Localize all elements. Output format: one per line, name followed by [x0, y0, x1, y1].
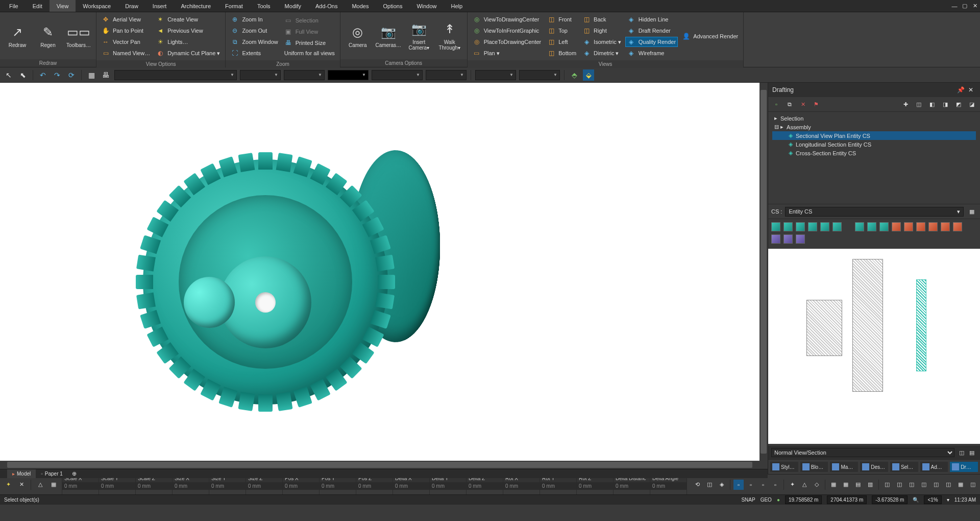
status-overflow[interactable]: ▾ [947, 497, 949, 503]
maximize-button[interactable]: ▢ [960, 0, 970, 12]
view-cube-15[interactable] [953, 222, 962, 231]
grid-button[interactable]: ▦ [86, 69, 97, 81]
view-cube-7[interactable] [855, 222, 864, 231]
snap-tool-18[interactable]: ◫ [882, 480, 892, 490]
ucs-icon[interactable]: ✦ [3, 480, 13, 490]
cameras--button[interactable]: 📷Cameras… [374, 14, 403, 57]
snap-tool-25[interactable]: ◫ [968, 480, 978, 490]
view-cube-14[interactable] [941, 222, 950, 231]
view-cube-11[interactable] [904, 222, 913, 231]
snap-tool-21[interactable]: ◫ [919, 480, 929, 490]
menu-help[interactable]: Help [444, 0, 470, 12]
panel-tab-5[interactable]: Ad… [920, 462, 948, 472]
add-icon[interactable]: ✚ [900, 99, 911, 109]
menu-workspace[interactable]: Workspace [76, 0, 118, 12]
view-cube-12[interactable] [916, 222, 925, 231]
cs-input[interactable]: Entity CS▾ [785, 207, 964, 217]
dimetric--button[interactable]: ◈Dimetric ▾ [580, 48, 623, 58]
view-cube-0[interactable] [771, 222, 780, 231]
print-button[interactable]: 🖶 [100, 69, 111, 81]
plan--button[interactable]: ▭Plan ▾ [471, 48, 544, 58]
tree-item[interactable]: ◈Sectional View Plan Entity CS [772, 131, 976, 140]
hidden-line-button[interactable]: ◈Hidden Line [625, 14, 678, 25]
view-btn-2[interactable]: ▤ [967, 447, 977, 458]
status-zoom-icon[interactable]: 🔍 [913, 497, 919, 503]
selection-button[interactable]: ▭Selection [282, 15, 337, 26]
panel-tab-3[interactable]: Des… [860, 462, 888, 472]
horizontal-scrollbar[interactable] [0, 461, 760, 469]
top-button[interactable]: ◫Top [545, 26, 578, 36]
snap-tool-20[interactable]: ◫ [906, 480, 917, 490]
view-cube-2[interactable] [796, 222, 805, 231]
lights--button[interactable]: ☀Lights… [154, 37, 222, 47]
menu-window[interactable]: Window [409, 0, 444, 12]
snap-tool-19[interactable]: ◫ [894, 480, 904, 490]
menu-draw[interactable]: Draw [118, 0, 145, 12]
view-cube-19[interactable] [796, 234, 805, 244]
menu-edit[interactable]: Edit [26, 0, 50, 12]
redraw-button[interactable]: ↗Redraw [3, 14, 32, 57]
dropdown-6[interactable]: ▼ [426, 70, 467, 80]
tree-selection[interactable]: ▸Selection [772, 114, 976, 123]
viewport-3d[interactable] [0, 83, 760, 461]
front-button[interactable]: ◫Front [545, 14, 578, 25]
snap-tool-6[interactable]: ▫ [758, 480, 768, 490]
zoom-out-button[interactable]: ⊖Zoom Out [229, 26, 280, 36]
cs-grid-icon[interactable]: ▦ [967, 206, 977, 217]
tool-4-icon[interactable]: ◩ [953, 99, 964, 109]
view-cube-9[interactable] [879, 222, 889, 231]
redo-button[interactable]: ↷ [52, 69, 63, 81]
snap-tool-13[interactable]: ▦ [828, 480, 839, 490]
menu-architecture[interactable]: Architecture [174, 0, 218, 12]
tree-item[interactable]: ◈Cross-Section Entity CS [772, 149, 976, 157]
copy-sheet-icon[interactable]: ⧉ [785, 99, 795, 109]
view-cube-1[interactable] [783, 222, 793, 231]
new-sheet-icon[interactable]: ▫ [771, 99, 781, 109]
menu-options[interactable]: Options [376, 0, 409, 12]
toggle-a[interactable]: ⬘ [569, 69, 580, 81]
toggle-b[interactable]: ⬙ [583, 69, 594, 81]
dropdown-8[interactable]: ▼ [519, 70, 560, 80]
lineweight-dropdown[interactable]: ▼ [284, 70, 325, 80]
snap-tool-9[interactable]: ✦ [787, 480, 797, 490]
view-cube-8[interactable] [867, 222, 876, 231]
undo-button[interactable]: ↶ [37, 69, 48, 81]
camera-button[interactable]: ◎Camera [344, 14, 372, 57]
status-geo[interactable]: GEO [761, 497, 772, 503]
printed-size-button[interactable]: 🖶Printed Size [282, 38, 337, 48]
tab-add[interactable]: ⊕ [68, 469, 81, 478]
assembly-tree[interactable]: ▸Selection ⊟ ▸Assembly ◈Sectional View P… [768, 112, 980, 204]
snap-tool-7[interactable]: ▫ [770, 480, 780, 490]
status-zoom[interactable]: <1% [924, 495, 941, 504]
isometric--button[interactable]: ◈Isometric ▾ [580, 37, 623, 47]
snap-tool-5[interactable]: ▫ [746, 480, 756, 490]
menu-format[interactable]: Format [218, 0, 250, 12]
panel-pin-icon[interactable]: 📌 [955, 85, 966, 95]
pick-tool[interactable]: ⬉ [17, 69, 29, 81]
menu-view[interactable]: View [50, 0, 76, 12]
snap-tool-4[interactable]: ▫ [733, 480, 744, 490]
snap-tool-0[interactable]: ⟲ [692, 480, 702, 490]
tool-5-icon[interactable]: ◪ [967, 99, 977, 109]
lock-icon[interactable]: ✕ [16, 480, 27, 490]
tool-1-icon[interactable]: ◫ [914, 99, 924, 109]
pointer-tool[interactable]: ↖ [3, 69, 14, 81]
view-cube-5[interactable] [832, 222, 842, 231]
menu-add-ons[interactable]: Add-Ons [308, 0, 345, 12]
walk-through--button[interactable]: ↟Walk Through▾ [435, 14, 464, 57]
bottom-button[interactable]: ◫Bottom [545, 48, 578, 58]
snap-tool-16[interactable]: ▥ [865, 480, 875, 490]
toolbars--button[interactable]: ▭▭Toolbars… [64, 14, 93, 57]
full-view-button[interactable]: ▣Full View [282, 27, 337, 37]
viewtodrawingcenter-button[interactable]: ◎ViewToDrawingCenter [471, 14, 544, 25]
menu-file[interactable]: File [2, 0, 26, 12]
style-dropdown[interactable]: ▼ [372, 70, 423, 80]
panel-tab-6[interactable]: Dr… [950, 462, 978, 472]
placetodrawingcenter-button[interactable]: ◎PlaceToDrawingCenter [471, 37, 544, 47]
create-view-button[interactable]: ✶Create View [154, 14, 222, 25]
view-cube-18[interactable] [783, 234, 793, 244]
snap-tool-1[interactable]: ◫ [704, 480, 715, 490]
view-cube-10[interactable] [892, 222, 901, 231]
dynamic-cut-plane--button[interactable]: ◐Dynamic Cut Plane ▾ [154, 48, 222, 58]
panel-tab-2[interactable]: Ma… [830, 462, 858, 472]
